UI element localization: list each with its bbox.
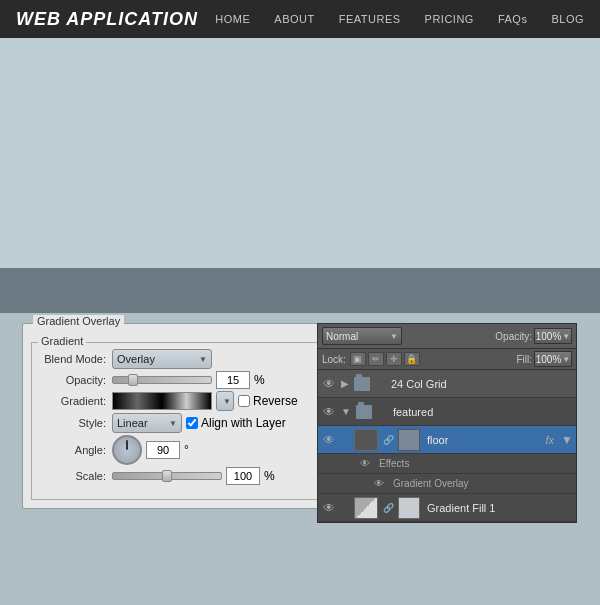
opacity-slider-track[interactable] — [112, 376, 212, 384]
layers-blend-row: Normal ▼ Opacity: 100% ▼ — [318, 324, 576, 349]
scale-label: Scale: — [40, 470, 112, 482]
chain-gf: 🔗 — [382, 497, 394, 519]
opacity-controls: % — [112, 371, 309, 389]
reverse-checkbox[interactable] — [238, 395, 250, 407]
eye-icon-gradient-overlay[interactable]: 👁 — [370, 475, 388, 493]
nav-blog[interactable]: BLOG — [551, 13, 584, 25]
gradient-overlay-panel: Gradient Overlay Gradient Blend Mode: Ov… — [22, 323, 327, 509]
scale-row: Scale: % — [40, 467, 309, 485]
align-checkbox[interactable] — [186, 417, 198, 429]
nav-home[interactable]: HOME — [215, 13, 250, 25]
angle-controls: ° — [112, 435, 309, 465]
fill-arrow: ▼ — [562, 355, 570, 364]
scale-slider-track[interactable] — [112, 472, 222, 480]
style-value: Linear — [117, 417, 148, 429]
nav-pricing[interactable]: PRICING — [425, 13, 474, 25]
nav-logo: WEB APPLICATION — [16, 9, 198, 30]
lock-transparent-icon[interactable]: ▣ — [350, 352, 366, 366]
gradient-label: Gradient: — [40, 395, 112, 407]
collapse-fx-icon[interactable]: ▼ — [560, 433, 574, 447]
effect-name-gradient: Gradient Overlay — [390, 478, 574, 489]
blend-mode-select[interactable]: Overlay ▼ — [112, 349, 212, 369]
opacity-unit: % — [254, 373, 265, 387]
lock-paint-icon[interactable]: ✏ — [368, 352, 384, 366]
gradient-arrow: ▼ — [223, 397, 231, 406]
layer-mask-gf — [398, 497, 420, 519]
layer-name-gradient-fill: Gradient Fill 1 — [424, 502, 574, 514]
nav-about[interactable]: ABOUT — [274, 13, 314, 25]
eye-icon-grid[interactable]: 👁 — [320, 375, 338, 393]
layers-blend-arrow: ▼ — [390, 332, 398, 341]
eye-icon-effects[interactable]: 👁 — [356, 455, 374, 473]
layers-fill-group: Fill: 100% ▼ — [516, 351, 572, 367]
fx-badge-floor: fx — [546, 434, 555, 446]
gradient-row: Gradient: ▼ Reverse — [40, 391, 309, 411]
opacity-arrow: ▼ — [562, 332, 570, 341]
expand-icon-featured[interactable]: ▼ — [340, 406, 352, 417]
layers-opacity-label: Opacity: — [495, 331, 532, 342]
opacity-row: Opacity: % — [40, 371, 309, 389]
align-group: Align with Layer — [186, 416, 286, 430]
layers-panel: Normal ▼ Opacity: 100% ▼ Lock: ▣ ✏ ✛ 🔒 F… — [317, 323, 577, 523]
nav-faqs[interactable]: FAQs — [498, 13, 528, 25]
opacity-label: Opacity: — [40, 374, 112, 386]
layer-item-24-col-grid[interactable]: 👁 ▶ 24 Col Grid — [318, 370, 576, 398]
expand-icon-grid[interactable]: ▶ — [340, 378, 350, 389]
layers-opacity-input[interactable]: 100% ▼ — [534, 328, 572, 344]
gradient-controls: ▼ Reverse — [112, 391, 309, 411]
lock-label: Lock: — [322, 354, 346, 365]
reverse-label: Reverse — [253, 394, 298, 408]
scale-controls: % — [112, 467, 309, 485]
opacity-input[interactable] — [216, 371, 250, 389]
layers-opacity-value: 100% — [536, 331, 562, 342]
folder-icon-grid — [354, 377, 370, 391]
angle-input[interactable] — [146, 441, 180, 459]
layers-lock-row: Lock: ▣ ✏ ✛ 🔒 Fill: 100% ▼ — [318, 349, 576, 370]
panel-outer-title: Gradient Overlay — [33, 315, 124, 327]
layer-item-featured[interactable]: 👁 ▼ featured — [318, 398, 576, 426]
style-select[interactable]: Linear ▼ — [112, 413, 182, 433]
layer-item-floor[interactable]: 👁 🔗 floor fx ▼ — [318, 426, 576, 454]
eye-icon-floor[interactable]: 👁 — [320, 431, 338, 449]
gradient-dropdown[interactable]: ▼ — [216, 391, 234, 411]
lock-all-icon[interactable]: 🔒 — [404, 352, 420, 366]
scale-input[interactable] — [226, 467, 260, 485]
blend-mode-row: Blend Mode: Overlay ▼ — [40, 349, 309, 369]
scale-unit: % — [264, 469, 275, 483]
style-label: Style: — [40, 417, 112, 429]
main-content-dark-bar — [0, 268, 600, 313]
effects-item: 👁 Effects — [318, 454, 576, 474]
eye-icon-featured[interactable]: 👁 — [320, 403, 338, 421]
layer-item-gradient-fill[interactable]: 👁 🔗 Gradient Fill 1 — [318, 494, 576, 522]
effects-label: Effects — [376, 458, 574, 469]
fill-label: Fill: — [516, 354, 532, 365]
lock-move-icon[interactable]: ✛ — [386, 352, 402, 366]
blend-mode-arrow: ▼ — [199, 355, 207, 364]
layers-blend-value: Normal — [326, 331, 358, 342]
scale-slider-thumb[interactable] — [162, 470, 172, 482]
nav-bar: WEB APPLICATION HOME ABOUT FEATURES PRIC… — [0, 0, 600, 38]
layer-mask-floor — [398, 429, 420, 451]
style-controls: Linear ▼ Align with Layer — [112, 413, 309, 433]
gradient-preview[interactable] — [112, 392, 212, 410]
nav-links: HOME ABOUT FEATURES PRICING FAQs BLOG — [215, 13, 584, 25]
style-row: Style: Linear ▼ Align with Layer — [40, 413, 309, 433]
effect-gradient-overlay[interactable]: 👁 Gradient Overlay — [318, 474, 576, 494]
eye-icon-gradient-fill[interactable]: 👁 — [320, 499, 338, 517]
align-label: Align with Layer — [201, 416, 286, 430]
angle-dial[interactable] — [112, 435, 142, 465]
blend-mode-value: Overlay — [117, 353, 155, 365]
layer-name-grid: 24 Col Grid — [388, 378, 574, 390]
layers-blend-select[interactable]: Normal ▼ — [322, 327, 402, 345]
layers-fill-input[interactable]: 100% ▼ — [534, 351, 572, 367]
folder-icon-featured — [356, 405, 372, 419]
angle-unit: ° — [184, 443, 189, 457]
opacity-slider-thumb[interactable] — [128, 374, 138, 386]
fill-value: 100% — [536, 354, 562, 365]
blend-mode-label: Blend Mode: — [40, 353, 112, 365]
layer-name-floor: floor — [424, 434, 544, 446]
chain-grid — [374, 373, 386, 395]
layer-thumb-gradient-fill — [354, 497, 378, 519]
layer-name-featured: featured — [390, 406, 574, 418]
nav-features[interactable]: FEATURES — [339, 13, 401, 25]
